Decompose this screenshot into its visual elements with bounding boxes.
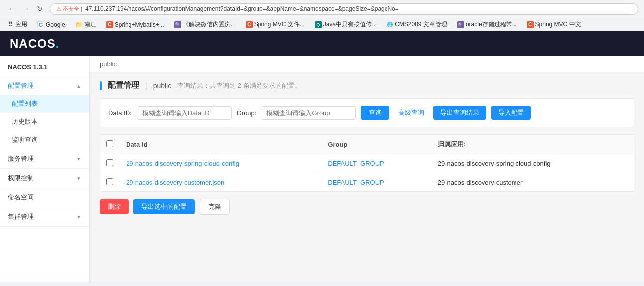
bookmark-spring-mybatis-label: Spring+Mybatis+...	[115, 21, 164, 28]
clone-button[interactable]: 克隆	[200, 199, 230, 215]
group-label: Group:	[237, 109, 257, 117]
main-area: NACOS 1.3.1 配置管理 配置列表 历史版本 监听查询	[0, 56, 644, 282]
dataid-link-1[interactable]: 29-nacos-discovery-spring-cloud-config	[126, 160, 239, 167]
table-header-check	[100, 135, 120, 154]
bookmark-google[interactable]: G Google	[34, 20, 68, 29]
table-row-app-2: 29-nacos-discovery-customer	[432, 173, 634, 192]
sidebar-group-permission-header[interactable]: 权限控制	[0, 169, 89, 188]
sidebar-group-namespace-header[interactable]: 命名空间	[0, 188, 89, 207]
export-selected-button[interactable]: 导出选中的配置	[133, 199, 195, 214]
sidebar-item-config-list[interactable]: 配置列表	[0, 95, 89, 113]
bookmark-spring-mvc-cn[interactable]: C Spring MVC 中文	[524, 19, 584, 30]
dataid-link-2[interactable]: 29-nacos-discovery-customer.json	[126, 179, 224, 186]
import-config-button[interactable]: 导入配置	[491, 106, 531, 120]
group-input[interactable]	[261, 106, 356, 120]
table-body: 29-nacos-discovery-spring-cloud-config D…	[100, 154, 634, 192]
bookmark-oracle[interactable]: 🔍 oracle存储过程常...	[454, 19, 520, 30]
address-bar[interactable]: ⚠ 不安全 | 47.110.237.194/nacos/#/configura…	[50, 3, 638, 15]
table-header-app: 归属应用:	[432, 135, 634, 154]
page-header-separator: |	[145, 82, 147, 90]
sidebar-group-permission-label: 权限控制	[8, 174, 34, 183]
sidebar-group-namespace-label: 命名空间	[8, 193, 34, 202]
nav-buttons: ← → ↻	[6, 3, 46, 15]
bookmark-apps[interactable]: ⠿ 应用	[4, 19, 30, 30]
folder-icon: 📁	[75, 21, 83, 28]
content-body: 配置管理 | public 查询结果：共查询到 2 条满足要求的配置。 Data…	[90, 72, 644, 223]
bookmark-google-label: Google	[46, 21, 65, 28]
table-header-group: Group	[322, 135, 431, 154]
logo-nacos: NACOS	[10, 37, 56, 50]
select-all-checkbox[interactable]	[106, 140, 113, 147]
bookmark-nj[interactable]: 📁 南江	[72, 19, 99, 30]
logo-dot: .	[56, 37, 60, 50]
bookmark-spring-mybatis[interactable]: C Spring+Mybatis+...	[103, 20, 167, 29]
bookmark-spring-mvc-cn-label: Spring MVC 中文	[535, 20, 581, 29]
sidebar-version: NACOS 1.3.1	[0, 56, 89, 76]
bookmarks-bar: ⠿ 应用 G Google 📁 南江 C Spring+Mybatis+... …	[0, 18, 644, 31]
sidebar-group-config-header[interactable]: 配置管理	[0, 76, 89, 95]
bookmark-wechat-label: 《解决微信内置浏...	[183, 20, 236, 29]
forward-button[interactable]: →	[20, 3, 32, 15]
page-title: 配置管理	[108, 80, 139, 91]
sidebar-group-namespace: 命名空间	[0, 188, 89, 207]
bookmark-wechat[interactable]: 🔍 《解决微信内置浏...	[171, 19, 239, 30]
chevron-permission-icon	[76, 176, 81, 181]
table-row-check-2	[100, 173, 120, 192]
bottom-action-bar: 删除 导出选中的配置 克隆	[100, 199, 634, 215]
table-row-group-1: DEFAULT_GROUP	[322, 154, 431, 173]
sidebar: NACOS 1.3.1 配置管理 配置列表 历史版本 监听查询	[0, 56, 90, 282]
table-header: Data Id Group 归属应用:	[100, 135, 634, 154]
bookmark-teal-icon: Q	[315, 21, 322, 28]
bookmark-purple-icon-1: 🔍	[174, 21, 181, 28]
sidebar-group-service-label: 服务管理	[8, 154, 34, 163]
sidebar-group-service-header[interactable]: 服务管理	[0, 149, 89, 168]
table-row-check-1	[100, 154, 120, 173]
app-wrapper: NACOS. NACOS 1.3.1 配置管理 配置列表 历史版本 监听查询	[0, 31, 644, 282]
apps-icon: ⠿	[7, 21, 14, 28]
group-badge-1[interactable]: DEFAULT_GROUP	[328, 160, 384, 167]
row-1-checkbox[interactable]	[106, 159, 113, 166]
bookmark-spring-mvc-file[interactable]: C Spring MVC 文件...	[243, 19, 308, 30]
query-button[interactable]: 查询	[361, 106, 389, 120]
bookmark-cms[interactable]: 🌐 CMS2009 文章管理	[384, 19, 450, 30]
delete-button[interactable]: 删除	[100, 199, 129, 214]
config-table: Data Id Group 归属应用:	[100, 134, 634, 192]
browser-chrome: ← → ↻ ⚠ 不安全 | 47.110.237.194/nacos/#/con…	[0, 0, 644, 18]
sidebar-group-cluster-header[interactable]: 集群管理	[0, 207, 89, 226]
sidebar-group-config: 配置管理 配置列表 历史版本 监听查询	[0, 76, 89, 149]
table-row-group-2: DEFAULT_GROUP	[322, 173, 431, 192]
table-row-app-1: 29-nacos-discovery-spring-cloud-config	[432, 154, 634, 173]
google-icon: G	[37, 21, 44, 28]
bookmark-java[interactable]: Q Java中只有按值传...	[312, 19, 380, 30]
chevron-cluster-icon	[76, 214, 81, 220]
table-header-row: Data Id Group 归属应用:	[100, 135, 634, 154]
dataid-input[interactable]	[137, 106, 232, 120]
bookmark-nj-label: 南江	[84, 20, 96, 29]
content: public 配置管理 | public 查询结果：共查询到 2 条满足要求的配…	[90, 56, 644, 282]
bookmark-red-icon-2: C	[246, 21, 253, 28]
advanced-query-button[interactable]: 高级查询	[394, 106, 428, 120]
sidebar-group-service: 服务管理	[0, 149, 89, 169]
bookmark-spring-mvc-file-label: Spring MVC 文件...	[254, 20, 305, 29]
page-query-desc: 查询结果：共查询到 2 条满足要求的配置。	[177, 81, 301, 90]
filter-row: Data ID: Group: 查询 高级查询 导出查询结果 导入配置	[100, 98, 634, 127]
bookmark-red-icon-1: C	[106, 21, 113, 28]
sidebar-item-history[interactable]: 历史版本	[0, 113, 89, 131]
row-2-checkbox[interactable]	[106, 178, 113, 185]
refresh-button[interactable]: ↻	[34, 3, 46, 15]
table-header-dataid: Data Id	[120, 135, 322, 154]
dataid-label: Data ID:	[108, 109, 132, 117]
bookmark-red-icon-3: C	[527, 21, 534, 28]
chevron-config-icon	[76, 83, 81, 89]
bookmark-oracle-label: oracle存储过程常...	[466, 20, 517, 29]
sidebar-item-listener[interactable]: 监听查询	[0, 131, 89, 149]
group-badge-2[interactable]: DEFAULT_GROUP	[328, 179, 384, 186]
chevron-service-icon	[76, 156, 81, 162]
bookmark-java-label: Java中只有按值传...	[323, 20, 377, 29]
table-row-dataid-2: 29-nacos-discovery-customer.json	[120, 173, 322, 192]
table: Data Id Group 归属应用:	[100, 135, 634, 191]
sidebar-group-cluster-label: 集群管理	[8, 212, 34, 221]
back-button[interactable]: ←	[6, 3, 18, 15]
export-query-button[interactable]: 导出查询结果	[433, 106, 486, 120]
breadcrumb: public	[90, 56, 644, 72]
